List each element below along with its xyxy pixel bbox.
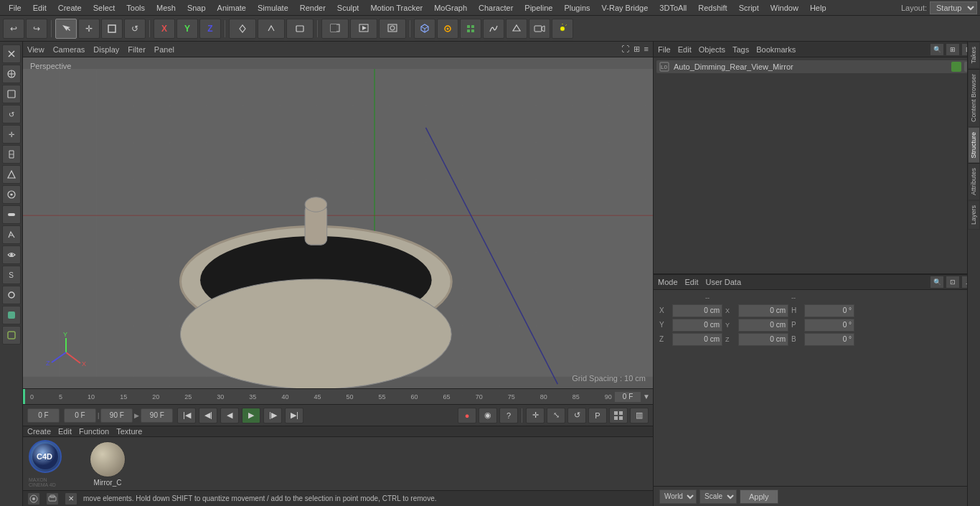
left-tool-14[interactable] (2, 306, 21, 324)
menu-character[interactable]: Character (473, 2, 519, 14)
om-edit-menu[interactable]: Edit (678, 45, 692, 54)
attr-icon-2[interactable]: ⊡ (946, 276, 960, 289)
camera-scene-button[interactable] (529, 19, 550, 39)
pen-icon-button[interactable] (437, 19, 458, 39)
move-tool-button[interactable]: ✛ (78, 19, 100, 39)
material-ball[interactable] (90, 441, 126, 477)
preview-start-input[interactable] (64, 408, 96, 423)
rotate-mode-button[interactable]: ↺ (567, 408, 586, 423)
mat-function-menu[interactable]: Function (79, 427, 109, 436)
edge-mode-button[interactable] (258, 19, 285, 39)
viewport-filter-menu[interactable]: Filter (128, 45, 145, 54)
viewport-icon-3[interactable]: ≡ (644, 44, 649, 54)
status-icon-1[interactable] (27, 492, 40, 505)
menu-motion-tracker[interactable]: Motion Tracker (364, 2, 428, 14)
undo-button[interactable]: ↩ (3, 19, 24, 39)
apply-button[interactable]: Apply (740, 489, 778, 504)
menu-3dtoall[interactable]: 3DToAll (654, 2, 692, 14)
om-tags-menu[interactable]: Tags (732, 45, 749, 54)
play-back-button[interactable]: ◀ (220, 408, 239, 423)
menu-vray[interactable]: V-Ray Bridge (596, 2, 654, 14)
render-button[interactable] (379, 19, 406, 39)
left-tool-4[interactable]: ↺ (2, 105, 21, 123)
b-input[interactable] (804, 333, 854, 346)
step-back-button[interactable]: ◀| (199, 408, 217, 423)
help-button[interactable]: ? (499, 408, 518, 423)
menu-mograph[interactable]: MoGraph (428, 2, 473, 14)
attr-icon-1[interactable]: 🔍 (930, 276, 944, 289)
menu-mesh[interactable]: Mesh (151, 2, 182, 14)
frame-arrow[interactable]: ▼ (643, 393, 650, 400)
viewport-view-menu[interactable]: View (27, 45, 44, 54)
attr-mode-menu[interactable]: Mode (658, 278, 678, 286)
left-tool-7[interactable] (2, 165, 21, 184)
left-tool-5[interactable]: ✛ (2, 125, 21, 144)
om-bookmarks-menu[interactable]: Bookmarks (756, 45, 796, 54)
left-tool-8[interactable] (2, 185, 21, 204)
menu-render[interactable]: Render (294, 2, 331, 14)
left-tool-3[interactable] (2, 85, 21, 103)
menu-tools[interactable]: Tools (121, 2, 151, 14)
polygon-mode-button[interactable] (286, 19, 314, 39)
om-expand-icon[interactable]: ⊞ (946, 43, 960, 56)
light-button[interactable] (552, 19, 573, 39)
menu-help[interactable]: Help (804, 2, 832, 14)
world-dropdown[interactable]: World (659, 489, 697, 504)
om-search-icon[interactable]: 🔍 (930, 43, 944, 56)
cube-icon-button[interactable] (414, 19, 435, 39)
y-pos-input[interactable] (672, 319, 722, 332)
timeline-ruler[interactable]: 0 5 10 15 20 25 30 35 40 45 50 55 60 65 … (23, 388, 653, 404)
z-pos-input[interactable] (672, 333, 722, 346)
redo-button[interactable]: ↪ (26, 19, 47, 39)
om-objects-menu[interactable]: Objects (699, 45, 725, 54)
viewport-icon-2[interactable]: ⊞ (633, 44, 640, 54)
render-active-view-button[interactable] (350, 19, 377, 39)
viewport-cameras-menu[interactable]: Cameras (53, 45, 85, 54)
start-frame-input[interactable] (27, 408, 60, 423)
scale-tool-button[interactable] (101, 19, 123, 39)
menu-simulate[interactable]: Simulate (252, 2, 294, 14)
menu-sculpt[interactable]: Sculpt (331, 2, 365, 14)
viewport-display-menu[interactable]: Display (93, 45, 119, 54)
paint-icon-button[interactable] (506, 19, 527, 39)
array-icon-button[interactable] (460, 19, 481, 39)
object-visibility-dot[interactable] (951, 62, 961, 72)
pin-mode-button[interactable]: P (588, 408, 607, 423)
current-frame-input[interactable]: 0 F (614, 391, 641, 403)
left-tool-2[interactable] (2, 65, 21, 83)
left-tool-13[interactable] (2, 286, 21, 304)
menu-pipeline[interactable]: Pipeline (519, 2, 558, 14)
move-mode-button[interactable]: ✛ (526, 408, 545, 423)
menu-file[interactable]: File (3, 2, 27, 14)
left-tool-1[interactable] (2, 44, 21, 63)
menu-window[interactable]: Window (765, 2, 804, 14)
tab-layers[interactable]: Layers (968, 200, 980, 230)
h-input[interactable] (804, 304, 854, 317)
preview-end-input[interactable] (100, 408, 133, 423)
go-to-start-button[interactable]: |◀ (177, 408, 196, 423)
viewport[interactable]: Perspective X Y Z Grid Spacing : 10 cm (23, 57, 653, 388)
attr-edit-menu[interactable]: Edit (685, 278, 699, 286)
attr-userdata-menu[interactable]: User Data (706, 278, 742, 286)
scale-mode-button[interactable]: ⤡ (547, 408, 565, 423)
object-row[interactable]: L0 Auto_Dimming_Rear_View_Mirror (656, 60, 977, 73)
rotate-tool-button[interactable]: ↺ (124, 19, 146, 39)
x-size-input[interactable] (738, 304, 788, 317)
menu-edit[interactable]: Edit (27, 2, 52, 14)
menu-snap[interactable]: Snap (182, 2, 212, 14)
spline-icon-button[interactable] (483, 19, 504, 39)
viewport-panel-menu[interactable]: Panel (154, 45, 174, 54)
mat-create-menu[interactable]: Create (27, 427, 51, 436)
menu-select[interactable]: Select (88, 2, 121, 14)
material-item[interactable]: Mirror_C (86, 441, 129, 487)
x-pos-input[interactable] (672, 304, 722, 317)
tab-takes[interactable]: Takes (968, 42, 980, 69)
om-file-menu[interactable]: File (658, 45, 671, 54)
object-mode-button[interactable] (229, 19, 256, 39)
step-forward-button[interactable]: |▶ (263, 408, 282, 423)
mat-texture-menu[interactable]: Texture (116, 427, 142, 436)
scale-dropdown[interactable]: Scale (699, 489, 737, 504)
render-region-button[interactable] (321, 19, 349, 39)
left-tool-9[interactable] (2, 205, 21, 224)
menu-redshift[interactable]: Redshift (692, 2, 732, 14)
